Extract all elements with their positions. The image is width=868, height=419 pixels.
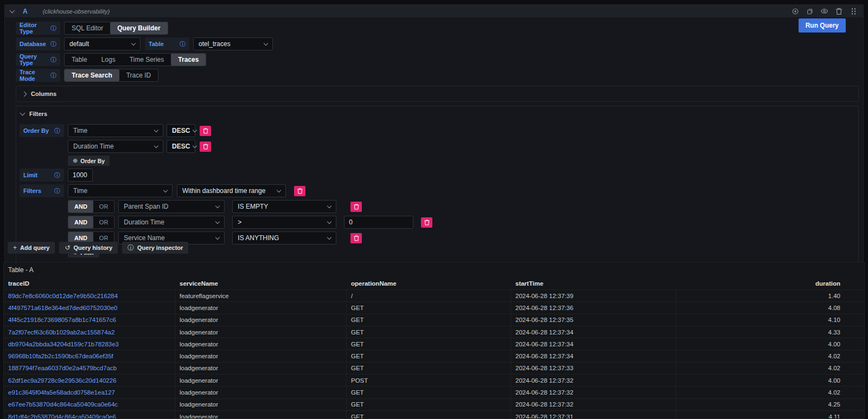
- operation-name-cell: GET: [347, 314, 511, 326]
- info-icon[interactable]: ⓘ: [54, 188, 60, 194]
- trace-mode-row: Trace Mode ⓘ Trace Search Trace ID: [16, 69, 863, 82]
- remove-filter-button[interactable]: [350, 233, 362, 243]
- filter-field-select[interactable]: Duration Time: [118, 216, 225, 229]
- filter-field-select[interactable]: Parent Span ID: [118, 200, 225, 213]
- collapse-chevron-icon[interactable]: [10, 8, 15, 13]
- add-query-button[interactable]: + Add query: [8, 242, 55, 254]
- trace-mode-label: Trace Mode ⓘ: [16, 69, 60, 82]
- query-type-table[interactable]: Table: [65, 54, 94, 66]
- service-name-cell: loadgenerator: [175, 363, 347, 374]
- duplicate-icon[interactable]: [806, 7, 814, 15]
- column-header-servicename[interactable]: serviceName: [175, 277, 347, 289]
- database-row: Database ⓘ default Table ⓘ otel_traces: [16, 37, 863, 50]
- info-icon[interactable]: ⓘ: [50, 57, 56, 63]
- start-time-cell: 2024-06-28 12:37:35: [511, 314, 676, 326]
- filter-field-select[interactable]: Time: [68, 184, 173, 197]
- trace-id-tab[interactable]: Trace ID: [119, 69, 158, 81]
- table-label: Table ⓘ: [145, 37, 189, 50]
- filters-section-header[interactable]: Filters: [20, 108, 855, 119]
- query-type-traces[interactable]: Traces: [171, 54, 206, 66]
- start-time-cell: 2024-06-28 12:37:33: [511, 363, 676, 374]
- service-name-cell: loadgenerator: [175, 386, 347, 398]
- info-icon[interactable]: ⓘ: [180, 41, 186, 47]
- trace-id-link[interactable]: 96968b10fa2b2c1590bc67dea06ef35f: [8, 353, 113, 359]
- filter-operator-select[interactable]: IS ANYTHING: [232, 231, 336, 244]
- trace-id-link[interactable]: e91c3645f04fa5e58adcd0758e1ea127: [8, 389, 115, 396]
- trace-id-link[interactable]: e67ee7b53870d4c864ca50409ca0e64c: [8, 401, 118, 408]
- or-option[interactable]: OR: [93, 201, 114, 212]
- trace-id-link[interactable]: 89dc7e8c6060c0d12de7e9b50c216284: [8, 293, 118, 299]
- filter-value-input[interactable]: [344, 216, 413, 229]
- start-time-cell: 2024-06-28 12:37:32: [511, 375, 676, 386]
- query-editor-panel: A (clickhouse-observability) Run Query: [4, 4, 864, 300]
- column-header-operationname[interactable]: operationName: [347, 277, 511, 289]
- trace-id-link[interactable]: 4f497571a618e364ed7ded60752030e0: [8, 305, 117, 311]
- columns-section-header[interactable]: Columns: [20, 88, 855, 99]
- trace-id-link[interactable]: 62df1ec9a29728c9e29536c20d140226: [8, 377, 117, 384]
- limit-input[interactable]: [68, 169, 93, 182]
- help-icon[interactable]: [791, 7, 799, 15]
- filter-operator-select[interactable]: >: [232, 216, 336, 229]
- info-icon[interactable]: ⓘ: [50, 25, 56, 31]
- order-by-label: Order By ⓘ: [20, 124, 64, 137]
- or-option[interactable]: OR: [93, 216, 114, 228]
- trace-id-link[interactable]: 7a2f07ecf63c60b1029ab2ac155874a2: [8, 329, 114, 336]
- trace-id-link[interactable]: 4f45c21918c73698057a8b1c741657c6: [8, 317, 116, 323]
- add-order-by-button[interactable]: ⊕ Order By: [68, 156, 110, 166]
- order-by-direction-select[interactable]: DESC: [167, 140, 195, 153]
- history-icon: ↺: [65, 244, 70, 252]
- order-by-direction-select[interactable]: DESC: [167, 124, 195, 137]
- filter-operator-select[interactable]: IS EMPTY: [232, 200, 336, 213]
- column-header-traceid[interactable]: traceID: [4, 277, 175, 289]
- info-icon[interactable]: ⓘ: [54, 128, 60, 134]
- query-type-toggle: Table Logs Time Series Traces: [64, 53, 206, 66]
- drag-handle-icon[interactable]: [850, 7, 858, 15]
- remove-filter-button[interactable]: [421, 217, 432, 228]
- filter-operator-select[interactable]: Within dashboard time range: [177, 184, 286, 197]
- query-inspector-button[interactable]: ⓘ Query inspector: [122, 242, 188, 254]
- sql-editor-tab[interactable]: SQL Editor: [65, 22, 110, 34]
- start-time-cell: 2024-06-28 12:37:32: [511, 399, 676, 410]
- start-time-cell: 2024-06-28 12:37:32: [511, 386, 676, 398]
- start-time-cell: 2024-06-28 12:37:31: [511, 411, 676, 419]
- eye-icon[interactable]: [820, 7, 828, 15]
- order-by-field-select[interactable]: Time: [68, 124, 163, 137]
- query-history-button[interactable]: ↺ Query history: [59, 242, 118, 254]
- info-icon[interactable]: ⓘ: [50, 73, 56, 79]
- query-type-row: Query Type ⓘ Table Logs Time Series Trac…: [16, 53, 863, 66]
- table-select[interactable]: otel_traces: [193, 37, 273, 50]
- query-footer-actions: + Add query ↺ Query history ⓘ Query insp…: [8, 242, 188, 254]
- table-row: 89dc7e8c6060c0d12de7e9b50c216284 feature…: [4, 289, 864, 301]
- limit-label: Limit ⓘ: [20, 169, 64, 182]
- query-type-time-series[interactable]: Time Series: [123, 54, 171, 66]
- operation-name-cell: POST: [347, 375, 511, 386]
- datasource-name: (clickhouse-observability): [43, 8, 110, 15]
- info-icon[interactable]: ⓘ: [54, 172, 60, 178]
- query-row-header[interactable]: A (clickhouse-observability): [5, 5, 863, 17]
- column-header-starttime[interactable]: startTime: [511, 277, 676, 289]
- query-row-actions: [791, 7, 858, 15]
- remove-order-by-button[interactable]: [200, 126, 211, 136]
- query-builder-tab[interactable]: Query Builder: [110, 22, 167, 34]
- trace-search-tab[interactable]: Trace Search: [65, 69, 119, 81]
- duration-cell: 4.02: [676, 363, 862, 374]
- info-icon[interactable]: ⓘ: [50, 41, 56, 47]
- query-type-logs[interactable]: Logs: [94, 54, 123, 66]
- trash-icon[interactable]: [835, 7, 843, 15]
- database-select[interactable]: default: [64, 37, 141, 50]
- service-name-cell: loadgenerator: [175, 375, 347, 386]
- remove-order-by-button[interactable]: [200, 141, 211, 152]
- table-row: e67ee7b53870d4c864ca50409ca0e64c loadgen…: [4, 398, 864, 410]
- remove-filter-button[interactable]: [350, 202, 362, 212]
- run-query-button[interactable]: Run Query: [799, 18, 846, 33]
- order-by-field-select[interactable]: Duration Time: [68, 140, 163, 153]
- service-name-cell: loadgenerator: [175, 302, 347, 313]
- trace-id-link[interactable]: 1887794f7eaa6037d0e2a4579bcd7acb: [8, 365, 117, 371]
- remove-filter-button[interactable]: [294, 186, 305, 196]
- trace-id-link[interactable]: db9704a2bbda34204d159c71b78283e3: [8, 341, 119, 347]
- trace-id-link[interactable]: 8d1df4c2b53870d4c864ca50409ca0e6: [8, 414, 116, 419]
- column-header-duration[interactable]: duration: [676, 277, 862, 289]
- and-option[interactable]: AND: [68, 201, 93, 212]
- and-option[interactable]: AND: [68, 216, 93, 228]
- chevron-down-icon: [20, 111, 25, 116]
